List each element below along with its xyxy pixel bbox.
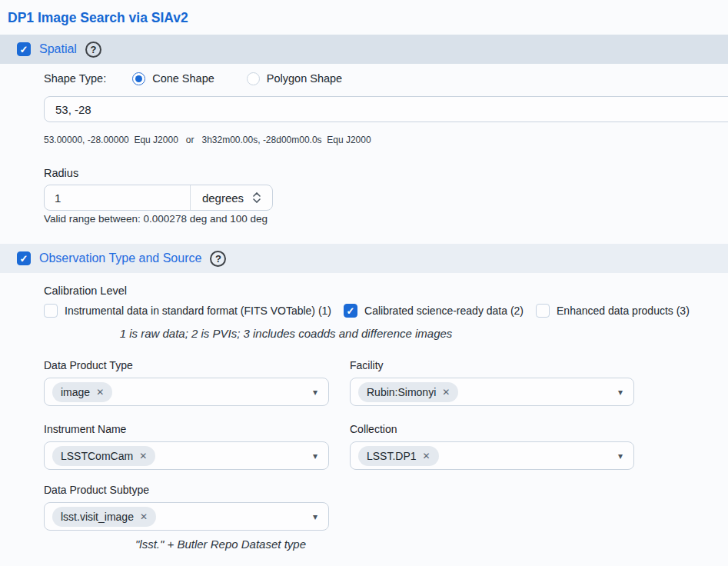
- instrument-name-select[interactable]: LSSTComCam ✕ ▾: [44, 441, 329, 470]
- spatial-checkbox[interactable]: ✓: [17, 42, 31, 56]
- chevron-down-icon[interactable]: ▾: [313, 512, 317, 521]
- field-label: Collection: [350, 423, 634, 436]
- check-icon: ✓: [20, 254, 28, 264]
- chevron-down-icon[interactable]: ▾: [313, 388, 317, 397]
- stepper-updown-icon[interactable]: [253, 192, 261, 203]
- observation-checkbox[interactable]: ✓: [17, 251, 31, 265]
- facility-select[interactable]: Rubin:Simonyi ✕ ▾: [350, 378, 634, 406]
- field-data-product-type: Data Product Type image ✕ ▾: [44, 359, 329, 406]
- position-hint: 53.00000, -28.00000 Equ J2000 or 3h32m00…: [44, 135, 728, 146]
- calibration-hint: 1 is raw data; 2 is PVIs; 3 includes coa…: [44, 327, 528, 341]
- radius-unit-select[interactable]: degrees: [191, 185, 272, 210]
- selected-chip: image ✕: [52, 382, 112, 402]
- selected-chip: lsst.visit_image ✕: [52, 507, 156, 527]
- chip-label: image: [61, 386, 90, 398]
- chip-remove-icon[interactable]: ✕: [139, 451, 147, 461]
- field-facility: Facility Rubin:Simonyi ✕ ▾: [350, 359, 634, 406]
- field-label: Data Product Subtype: [44, 484, 329, 497]
- data-product-type-select[interactable]: image ✕ ▾: [44, 378, 329, 406]
- question-mark-icon: ?: [90, 44, 96, 55]
- radius-control: degrees: [44, 185, 273, 211]
- radio-cone-shape-label: Cone Shape: [152, 72, 214, 85]
- chip-remove-icon[interactable]: ✕: [423, 451, 430, 461]
- radius-input[interactable]: [45, 185, 191, 210]
- position-input[interactable]: [44, 96, 728, 122]
- fields-row-1: Data Product Type image ✕ ▾ Facility Rub…: [44, 359, 728, 406]
- shape-type-row: Shape Type: Cone Shape Polygon Shape: [44, 70, 728, 87]
- checkbox-checked-icon[interactable]: ✓: [344, 304, 357, 318]
- radio-polygon-shape[interactable]: Polygon Shape: [247, 72, 342, 85]
- observation-section-header: ✓ Observation Type and Source ?: [0, 244, 728, 273]
- calibration-option-3-label: Enhanced data products (3): [557, 305, 690, 317]
- subtype-hint: "lsst." + Butler Repo Dataset type: [44, 538, 397, 551]
- spatial-section-header: ✓ Spatial ?: [0, 35, 728, 64]
- chip-label: LSSTComCam: [61, 450, 133, 462]
- observation-section-label[interactable]: Observation Type and Source: [39, 251, 201, 265]
- chip-remove-icon[interactable]: ✕: [140, 512, 148, 521]
- field-instrument-name: Instrument Name LSSTComCam ✕ ▾: [44, 423, 329, 470]
- calibration-option-3[interactable]: Enhanced data products (3): [536, 304, 690, 318]
- radius-valid-range-hint: Valid range between: 0.000278 deg and 10…: [44, 213, 728, 226]
- help-icon[interactable]: ?: [85, 42, 101, 58]
- field-label: Facility: [350, 359, 634, 372]
- radio-on-icon[interactable]: [132, 72, 145, 85]
- field-data-product-subtype: Data Product Subtype lsst.visit_image ✕ …: [44, 484, 329, 531]
- chevron-down-icon[interactable]: ▾: [618, 451, 623, 461]
- help-icon[interactable]: ?: [210, 251, 226, 267]
- field-label: Instrument Name: [44, 423, 329, 436]
- collection-select[interactable]: LSST.DP1 ✕ ▾: [350, 441, 634, 470]
- question-mark-icon: ?: [215, 253, 221, 265]
- chip-remove-icon[interactable]: ✕: [442, 388, 450, 397]
- calibration-level-label: Calibration Level: [44, 285, 728, 298]
- calibration-option-1[interactable]: Instrumental data in standard format (FI…: [44, 304, 331, 318]
- checkbox-unchecked-icon[interactable]: [536, 304, 550, 318]
- radio-polygon-shape-label: Polygon Shape: [267, 72, 342, 85]
- radio-off-icon[interactable]: [247, 72, 260, 85]
- chevron-down-icon[interactable]: ▾: [313, 451, 317, 461]
- checkbox-unchecked-icon[interactable]: [44, 304, 58, 318]
- field-label: Data Product Type: [44, 359, 329, 372]
- check-icon: ✓: [347, 306, 355, 316]
- fields-row-2: Instrument Name LSSTComCam ✕ ▾ Collectio…: [44, 423, 728, 470]
- calibration-option-2[interactable]: ✓ Calibrated science-ready data (2): [344, 304, 524, 318]
- chip-remove-icon[interactable]: ✕: [96, 388, 104, 397]
- chip-label: LSST.DP1: [367, 450, 417, 462]
- selected-chip: Rubin:Simonyi ✕: [358, 382, 458, 402]
- field-collection: Collection LSST.DP1 ✕ ▾: [350, 423, 634, 470]
- calibration-option-1-label: Instrumental data in standard format (FI…: [65, 305, 331, 317]
- chip-label: lsst.visit_image: [61, 511, 134, 523]
- page-title: DP1 Image Search via SIAv2: [0, 0, 728, 35]
- check-icon: ✓: [20, 45, 28, 55]
- radio-cone-shape[interactable]: Cone Shape: [132, 72, 214, 85]
- calibration-option-2-label: Calibrated science-ready data (2): [364, 305, 524, 317]
- chip-label: Rubin:Simonyi: [367, 386, 436, 398]
- data-product-subtype-select[interactable]: lsst.visit_image ✕ ▾: [44, 502, 329, 531]
- chevron-down-icon[interactable]: ▾: [618, 388, 623, 397]
- selected-chip: LSSTComCam ✕: [52, 446, 155, 466]
- radius-unit-value: degrees: [202, 191, 244, 205]
- fields-row-3: Data Product Subtype lsst.visit_image ✕ …: [44, 484, 728, 531]
- shape-type-label: Shape Type:: [44, 72, 106, 85]
- selected-chip: LSST.DP1 ✕: [358, 446, 439, 466]
- radius-label: Radius: [44, 167, 728, 181]
- calibration-options-row: Instrumental data in standard format (FI…: [44, 303, 728, 318]
- spatial-section-label[interactable]: Spatial: [39, 42, 77, 56]
